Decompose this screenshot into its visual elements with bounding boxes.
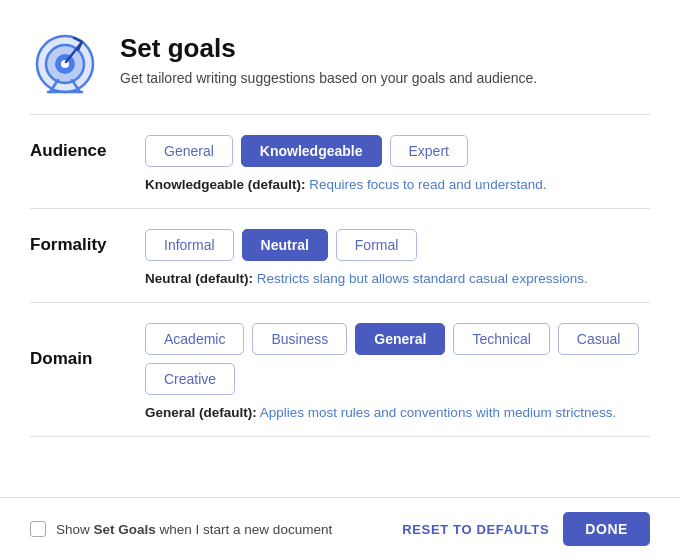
formality-informal-button[interactable]: Informal [145,229,234,261]
header: Set goals Get tailored writing suggestio… [0,0,680,114]
reset-button[interactable]: RESET TO DEFAULTS [402,522,549,537]
target-icon [30,24,100,94]
formality-top: Formality Informal Neutral Formal [30,229,650,261]
domain-technical-button[interactable]: Technical [453,323,549,355]
done-button[interactable]: DONE [563,512,650,546]
footer-label-post: when I start a new document [156,522,332,537]
page-title: Set goals [120,33,537,64]
audience-button-group: General Knowledgeable Expert [145,135,468,167]
show-goals-checkbox[interactable] [30,521,46,537]
footer-left: Show Set Goals when I start a new docume… [30,521,332,537]
header-text: Set goals Get tailored writing suggestio… [120,33,537,86]
formality-label: Formality [30,235,125,255]
formality-formal-button[interactable]: Formal [336,229,418,261]
audience-section: Audience General Knowledgeable Expert Kn… [0,115,680,208]
footer-right: RESET TO DEFAULTS DONE [402,512,650,546]
footer-checkbox-label: Show Set Goals when I start a new docume… [56,522,332,537]
domain-business-button[interactable]: Business [252,323,347,355]
domain-creative-button[interactable]: Creative [145,363,235,395]
divider-4 [30,436,650,437]
footer-label-bold: Set Goals [94,522,156,537]
audience-top: Audience General Knowledgeable Expert [30,135,650,167]
formality-desc-text: Restricts slang but allows standard casu… [253,271,588,286]
audience-general-button[interactable]: General [145,135,233,167]
domain-desc: General (default): Applies most rules an… [30,405,650,420]
audience-knowledgeable-button[interactable]: Knowledgeable [241,135,382,167]
formality-desc: Neutral (default): Restricts slang but a… [30,271,650,286]
audience-expert-button[interactable]: Expert [390,135,468,167]
audience-desc-strong: Knowledgeable (default): [145,177,306,192]
audience-desc: Knowledgeable (default): Requires focus … [30,177,650,192]
footer-label-pre: Show [56,522,94,537]
page-subtitle: Get tailored writing suggestions based o… [120,70,537,86]
domain-general-button[interactable]: General [355,323,445,355]
domain-button-group: Academic Business General Technical Casu… [145,323,650,395]
domain-academic-button[interactable]: Academic [145,323,244,355]
formality-neutral-button[interactable]: Neutral [242,229,328,261]
domain-desc-text: Applies most rules and conventions with … [257,405,616,420]
domain-top: Domain Academic Business General Technic… [30,323,650,395]
domain-desc-strong: General (default): [145,405,257,420]
formality-section: Formality Informal Neutral Formal Neutra… [0,209,680,302]
audience-label: Audience [30,141,125,161]
page-container: Set goals Get tailored writing suggestio… [0,0,680,560]
formality-desc-strong: Neutral (default): [145,271,253,286]
domain-casual-button[interactable]: Casual [558,323,640,355]
audience-desc-text: Requires focus to read and understand. [306,177,547,192]
domain-section: Domain Academic Business General Technic… [0,303,680,436]
formality-button-group: Informal Neutral Formal [145,229,417,261]
domain-label: Domain [30,349,125,369]
footer: Show Set Goals when I start a new docume… [0,497,680,560]
